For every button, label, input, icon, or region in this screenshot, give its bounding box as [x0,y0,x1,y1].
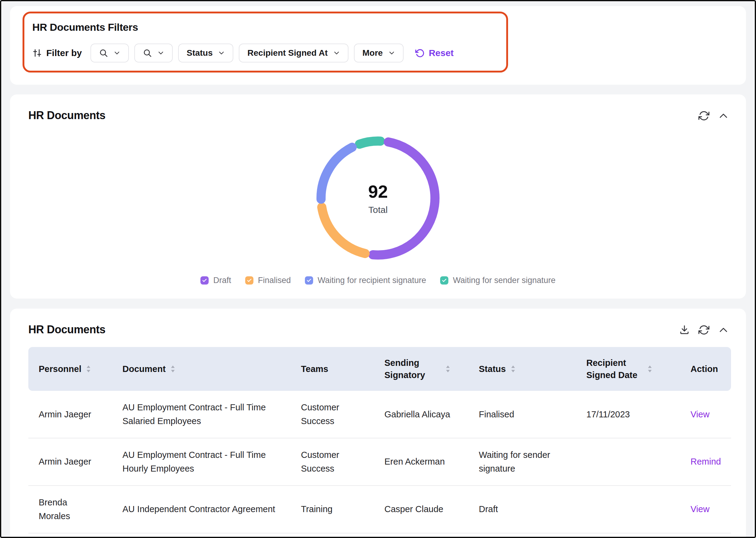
column-header-action: Action [690,363,731,375]
filter-dropdown-label: Recipient Signed At [247,48,328,58]
legend-label: Waiting for sender signature [453,276,556,285]
table-row: Armin Jaeger AU Employment Contract - Fu… [28,391,731,438]
filter-by-label-group: Filter by [32,48,82,58]
cell-status: Draft [479,502,586,516]
column-header-personnel[interactable]: Personnel [28,363,123,375]
chart-card-actions [698,110,729,121]
cell-teams: Customer Success [301,448,384,475]
legend-label: Finalised [258,276,291,285]
chevron-up-icon [718,110,729,121]
sort-icon[interactable] [86,365,91,373]
filter-dropdown-status[interactable]: Status [178,44,234,63]
search-icon [143,48,152,58]
collapse-button[interactable] [718,110,729,121]
column-header-status[interactable]: Status [479,363,586,375]
table-header-row: Personnel Document Teams Sending Signato… [28,347,731,391]
table-card: HR Documents Personnel [10,309,746,538]
filter-dropdown-label: Status [187,48,213,58]
cell-action: View [690,407,731,421]
chart-card-title: HR Documents [28,109,105,122]
table-card-actions [679,324,729,335]
donut-segment-waiting-for-recipient-signature[interactable] [321,147,352,199]
filters-highlight-box: HR Documents Filters Filter by Status Re… [23,12,508,73]
chevron-down-icon [218,50,225,56]
filter-dropdowns: Status Recipient Signed At More [90,44,404,63]
column-header-label: Document [123,363,166,375]
sliders-icon [32,48,42,58]
chevron-down-icon [333,50,340,56]
cell-personnel: Armin Jaeger [28,455,123,468]
sort-icon[interactable] [511,365,515,373]
cell-teams: Customer Success [301,401,384,428]
column-header-label: Sending Signatory [384,357,441,381]
filters-card-title: HR Documents Filters [32,21,506,33]
filter-dropdown-more[interactable]: More [354,44,404,63]
cell-sending-signatory: Casper Claude [384,502,479,516]
cell-action: View [690,502,731,516]
reset-label: Reset [429,48,454,58]
filter-dropdown-recipient-signed-at[interactable]: Recipient Signed At [239,44,348,63]
donut-segment-waiting-for-sender-signature[interactable] [359,141,380,144]
cell-status: Finalised [479,407,586,421]
sort-icon[interactable] [171,365,175,373]
filter-by-label: Filter by [46,48,82,58]
column-header-sending-signatory[interactable]: Sending Signatory [384,357,479,381]
column-header-teams: Teams [301,363,384,375]
reset-icon [415,48,425,58]
refresh-button[interactable] [698,110,709,121]
donut-segment-draft[interactable] [373,142,435,255]
column-header-label: Recipient Signed Date [586,357,643,381]
chevron-down-icon [158,50,164,56]
legend-item-waiting-for-sender-signature: Waiting for sender signature [440,276,556,285]
cell-status: Waiting for sender signature [479,448,586,475]
table-row: Brenda Morales AU Independent Contractor… [28,486,731,533]
search-icon [99,48,108,58]
check-icon [247,278,252,283]
legend-checkbox[interactable] [440,276,448,285]
reset-button[interactable]: Reset [415,48,454,58]
legend-label: Waiting for recipient signature [318,276,426,285]
donut-segment-finalised[interactable] [322,207,365,253]
download-button[interactable] [679,324,690,335]
legend-item-draft: Draft [200,276,231,285]
filter-dropdown-search-2[interactable] [134,44,173,63]
cell-document: AU Independent Contractor Agreement [123,502,301,516]
cell-sending-signatory: Gabriella Alicaya [384,407,479,421]
legend-item-waiting-for-recipient-signature: Waiting for recipient signature [305,276,426,285]
donut-svg [314,134,442,262]
table-card-title: HR Documents [28,323,105,336]
filter-dropdown-label: More [363,48,383,58]
refresh-icon [698,324,709,335]
sort-icon[interactable] [446,365,450,373]
legend-label: Draft [213,276,231,285]
table-row: Armin Jaeger AU Employment Contract - Fu… [28,438,731,486]
collapse-button[interactable] [718,324,729,335]
sort-icon[interactable] [648,365,652,373]
cell-action: Remind [690,455,731,468]
cell-personnel: Brenda Morales [28,496,123,523]
remind-link[interactable]: Remind [690,457,721,466]
column-header-recipient-signed-date[interactable]: Recipient Signed Date [586,357,690,381]
check-icon [442,278,447,283]
filter-dropdown-search-1[interactable] [90,44,129,63]
column-header-label: Action [690,363,718,375]
legend-checkbox[interactable] [305,276,313,285]
cell-personnel: Armin Jaeger [28,407,123,421]
view-link[interactable]: View [690,504,709,514]
legend-checkbox[interactable] [245,276,253,285]
column-header-document[interactable]: Document [123,363,301,375]
chart-legend: Draft Finalised Waiting for recipient si… [10,276,746,285]
legend-checkbox[interactable] [200,276,209,285]
cell-document: AU Employment Contract - Full Time Salar… [123,401,301,428]
chart-card: HR Documents 92 Total Draft [10,94,746,298]
cell-document: AU Employment Contract - Full Time Hourl… [123,448,301,475]
column-header-label: Teams [301,363,328,375]
view-link[interactable]: View [690,409,709,419]
hr-documents-table: Personnel Document Teams Sending Signato… [10,347,746,533]
check-icon [202,278,207,283]
download-icon [679,324,690,335]
refresh-button[interactable] [698,324,709,335]
filters-card: HR Documents Filters Filter by Status Re… [10,6,746,85]
chevron-down-icon [114,50,120,56]
column-header-label: Personnel [39,363,81,375]
